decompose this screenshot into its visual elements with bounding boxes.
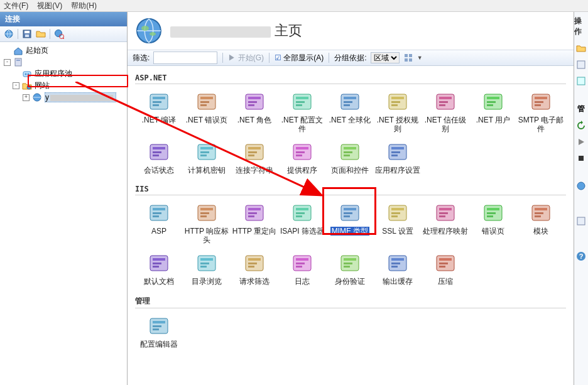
feature-item[interactable]: ASP xyxy=(135,202,183,244)
menu-help[interactable]: 帮助(H) xyxy=(71,1,97,11)
feature-item[interactable]: HTTP 重定向 xyxy=(231,202,278,244)
tree-app-pools[interactable]: 应用程序池 xyxy=(1,68,126,80)
feature-item[interactable]: 身份验证 xyxy=(326,252,374,286)
filter-toolbar: 筛选: ▶ 开始(G) ☑ 全部显示(A) 分组依据: 区域 ▼ xyxy=(128,50,574,66)
svg-rect-124 xyxy=(200,266,207,268)
feature-label: .NET 授权规则 xyxy=(374,116,422,133)
toolbar-separator xyxy=(269,53,270,63)
edit-permissions-icon[interactable] xyxy=(576,60,586,70)
feature-icon xyxy=(386,90,409,113)
folder-icon[interactable] xyxy=(36,29,46,39)
feature-item[interactable]: .NET 信任级别 xyxy=(422,90,469,133)
feature-item[interactable]: 配置编辑器 xyxy=(135,315,183,349)
svg-rect-8 xyxy=(16,60,20,61)
feature-item[interactable]: .NET 全球化 xyxy=(326,90,374,133)
go-button[interactable]: ▶ 开始(G) xyxy=(228,53,264,63)
tree-sites[interactable]: - 网站 xyxy=(1,80,126,92)
svg-rect-39 xyxy=(344,101,352,103)
tree-label: 起始页 xyxy=(26,45,48,56)
stop-icon[interactable] xyxy=(576,153,586,163)
svg-point-12 xyxy=(27,85,31,89)
connections-tree[interactable]: 起始页 - 应用程序池 - 网站 + xyxy=(0,42,127,385)
feature-label: .NET 错误页 xyxy=(186,116,227,124)
feature-label: ISAPI 筛选器 xyxy=(280,227,324,236)
save-icon[interactable] xyxy=(22,29,32,39)
restart-icon[interactable] xyxy=(576,121,586,131)
svg-point-152 xyxy=(577,182,585,190)
view-large-icon[interactable] xyxy=(403,53,413,63)
feature-item[interactable]: MIME 类型 xyxy=(326,202,374,244)
svg-rect-150 xyxy=(577,77,585,85)
feature-item[interactable]: SSL 设置 xyxy=(374,202,422,244)
filter-input[interactable] xyxy=(153,52,217,64)
filter-label: 筛选: xyxy=(133,53,150,63)
browse-icon[interactable] xyxy=(54,29,64,39)
feature-item[interactable]: 默认文档 xyxy=(135,252,183,286)
explore-icon[interactable] xyxy=(576,43,586,53)
feature-item[interactable]: 连接字符串 xyxy=(231,141,278,175)
chevron-down-icon[interactable]: ▼ xyxy=(417,55,423,61)
feature-item[interactable]: ISAPI 筛选器 xyxy=(278,202,326,244)
tree-site-item[interactable]: + y xyxy=(1,92,126,103)
svg-rect-72 xyxy=(296,155,302,156)
feature-item[interactable]: 日志 xyxy=(278,252,326,286)
feature-label: HTTP 重定向 xyxy=(232,227,276,236)
feature-icon xyxy=(434,90,457,113)
feature-icon xyxy=(339,202,361,224)
actions-pane: 操作 管 ? xyxy=(574,12,588,385)
start-icon[interactable] xyxy=(576,137,586,147)
feature-item[interactable]: 会话状态 xyxy=(135,141,183,175)
advanced-settings-icon[interactable] xyxy=(576,216,586,226)
feature-item[interactable]: 应用程序设置 xyxy=(374,141,422,175)
feature-icon xyxy=(148,141,170,163)
svg-point-16 xyxy=(150,32,156,36)
tree-server[interactable]: - xyxy=(1,57,126,68)
feature-item[interactable]: .NET 错误页 xyxy=(183,90,231,133)
svg-rect-70 xyxy=(296,147,308,149)
feature-item[interactable]: .NET 用户 xyxy=(469,90,517,133)
feature-item[interactable]: 错误页 xyxy=(469,202,517,244)
svg-rect-23 xyxy=(153,101,161,103)
svg-rect-139 xyxy=(391,263,400,264)
show-all-button[interactable]: ☑ 全部显示(A) xyxy=(275,53,324,63)
svg-rect-63 xyxy=(200,151,209,153)
feature-item[interactable]: 提供程序 xyxy=(278,141,326,175)
svg-point-10 xyxy=(25,73,27,75)
feature-item[interactable]: .NET 配置文件 xyxy=(278,90,326,133)
svg-rect-40 xyxy=(344,104,350,106)
svg-rect-52 xyxy=(487,104,493,106)
tree-start-page[interactable]: 起始页 xyxy=(1,45,126,57)
feature-item[interactable]: 模块 xyxy=(517,202,565,244)
connect-icon[interactable] xyxy=(4,29,14,39)
menu-file[interactable]: 文件(F) xyxy=(4,1,28,11)
groupby-select[interactable]: 区域 xyxy=(371,52,400,63)
feature-item[interactable]: .NET 角色 xyxy=(231,90,278,133)
svg-rect-82 xyxy=(153,208,165,210)
expander-icon[interactable]: - xyxy=(13,82,19,89)
connections-toolbar xyxy=(0,26,127,42)
feature-item[interactable]: 处理程序映射 xyxy=(422,202,469,244)
help-icon[interactable]: ? xyxy=(576,251,586,261)
expander-icon[interactable]: + xyxy=(23,94,30,101)
feature-label: 计算机密钥 xyxy=(188,166,226,175)
feature-icon xyxy=(243,202,266,224)
feature-item[interactable]: 压缩 xyxy=(422,252,469,286)
feature-item[interactable]: 页面和控件 xyxy=(326,141,374,175)
menu-view[interactable]: 视图(V) xyxy=(37,1,62,11)
svg-rect-55 xyxy=(535,101,543,103)
svg-rect-22 xyxy=(153,97,165,99)
svg-rect-64 xyxy=(200,155,207,156)
edit-site-icon[interactable] xyxy=(576,76,586,86)
browse-site-icon[interactable] xyxy=(576,181,586,191)
feature-item[interactable]: 计算机密钥 xyxy=(183,141,231,175)
expander-icon[interactable]: - xyxy=(4,59,11,66)
site-name-redacted xyxy=(170,26,271,38)
feature-item[interactable]: 目录浏览 xyxy=(183,252,231,286)
feature-item[interactable]: .NET 授权规则 xyxy=(374,90,422,133)
feature-item[interactable]: 输出缓存 xyxy=(374,252,422,286)
group-header-iis: IIS xyxy=(135,185,566,195)
feature-item[interactable]: HTTP 响应标头 xyxy=(183,202,231,244)
feature-item[interactable]: .NET 编译 xyxy=(135,90,183,133)
feature-item[interactable]: SMTP 电子邮件 xyxy=(517,90,565,133)
feature-item[interactable]: 请求筛选 xyxy=(231,252,278,286)
